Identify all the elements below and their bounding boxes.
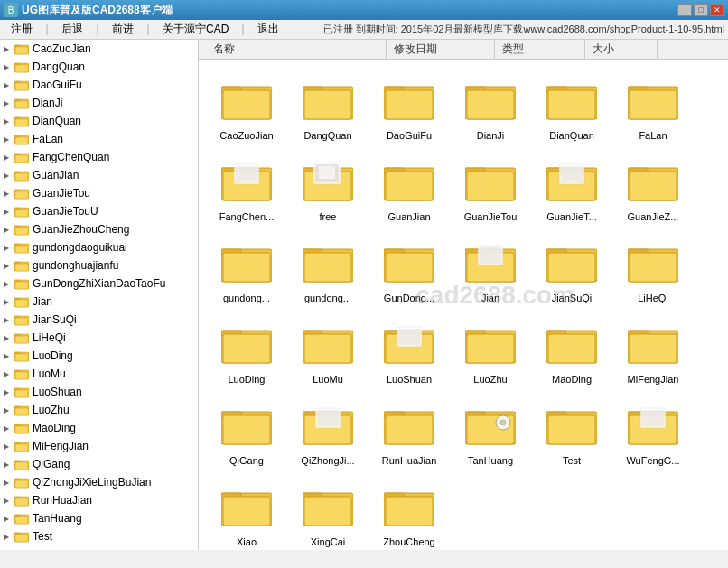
file-item-guanjietouu[interactable]: GuanJieT... xyxy=(531,148,612,229)
file-item-gundong[interactable]: GunDong... xyxy=(369,229,450,311)
tree-item-liheqi[interactable]: ▶ LiHeQi xyxy=(0,329,198,347)
file-label: gundong... xyxy=(223,293,270,304)
tree-item-guanjiezhoucheng[interactable]: ▶ GuanJieZhouCheng xyxy=(0,220,198,238)
file-label: QiZhongJi... xyxy=(301,455,354,467)
tree-item-fangchenquan[interactable]: ▶ FangChenQuan xyxy=(0,148,198,166)
menu-about[interactable]: 关于源宁CAD xyxy=(155,20,236,39)
tree-item-falan[interactable]: ▶ FaLan xyxy=(0,130,198,148)
file-item-gundong2[interactable]: gundong... xyxy=(287,229,369,311)
tree-item-qizhongjixielingbujian[interactable]: ▶ QiZhongJiXieLingBuJian xyxy=(0,473,198,491)
file-item-guanjietou[interactable]: GuanJieTou xyxy=(450,148,531,229)
tree-item-jiansuqi[interactable]: ▶ JianSuQi xyxy=(0,311,198,329)
file-item-falan[interactable]: FaLan xyxy=(612,67,694,148)
file-item-guanjiezhoucheng[interactable]: GuanJieZ... xyxy=(612,148,694,229)
file-item-liheqi[interactable]: LiHeQi xyxy=(612,229,694,311)
file-icon xyxy=(384,76,434,126)
menu-back[interactable]: 后退 xyxy=(54,20,90,39)
file-icon xyxy=(303,401,353,452)
tree-item-luoding[interactable]: ▶ LuoDing xyxy=(0,347,198,365)
file-item-zhoucheng[interactable]: ZhouCheng xyxy=(369,473,450,550)
window-controls[interactable]: _ □ ✕ xyxy=(677,4,724,16)
file-item-free[interactable]: free xyxy=(287,148,369,229)
col-header-type: 类型 xyxy=(495,40,585,59)
tree-arrow: ▶ xyxy=(4,154,14,162)
right-panel[interactable]: 名称 修改日期 类型 大小 cad2688.com CaoZuoJian Dan… xyxy=(199,40,728,550)
tree-item-maoding[interactable]: ▶ MaoDing xyxy=(0,419,198,437)
tree-item-luomu[interactable]: ▶ LuoMu xyxy=(0,365,198,383)
tree-item-luoshuan[interactable]: ▶ LuoShuan xyxy=(0,383,198,401)
menu-forward[interactable]: 前进 xyxy=(105,20,141,39)
tree-item-gundongdaoguikuai[interactable]: ▶ gundongdaoguikuai xyxy=(0,238,198,256)
tree-arrow: ▶ xyxy=(4,117,14,126)
file-item-qizhongji[interactable]: QiZhongJi... xyxy=(287,392,369,473)
file-item-xiao[interactable]: Xiao xyxy=(206,473,287,550)
tree-item-mifengjian[interactable]: ▶ MiFengJian xyxy=(0,437,198,455)
tree-item-daoguifu[interactable]: ▶ DaoGuiFu xyxy=(0,76,198,94)
file-item-fangchenquan[interactable]: FangChen... xyxy=(206,148,287,229)
tree-folder-icon xyxy=(14,476,29,489)
tree-item-runhuajian[interactable]: ▶ RunHuaJian xyxy=(0,491,198,509)
file-item-maoding[interactable]: MaoDing xyxy=(531,311,612,392)
tree-item-jian[interactable]: ▶ Jian xyxy=(0,293,198,311)
file-item-runhuajian[interactable]: RunHuaJian xyxy=(369,392,450,473)
menu-bar: 注册 ｜ 后退 ｜ 前进 ｜ 关于源宁CAD ｜ 退出 已注册 到期时间: 20… xyxy=(0,20,728,40)
tree-item-dianji[interactable]: ▶ DianJi xyxy=(0,94,198,112)
file-item-guanjian[interactable]: GuanJian xyxy=(369,148,450,229)
file-item-luoding[interactable]: LuoDing xyxy=(206,311,287,392)
tree-item-caozuojian[interactable]: ▶ CaoZuoJian xyxy=(0,40,198,58)
close-button[interactable]: ✕ xyxy=(710,4,724,16)
file-icon xyxy=(628,320,678,370)
tree-item-gundonghuajianfu[interactable]: ▶ gundonghuajianfu xyxy=(0,256,198,275)
tree-arrow: ▶ xyxy=(4,424,14,433)
svg-rect-74 xyxy=(15,480,28,488)
file-item-mifengjian[interactable]: MiFengJian xyxy=(612,311,694,392)
tree-item-dangquan[interactable]: ▶ DangQuan xyxy=(0,58,198,76)
tree-item-tanhuang[interactable]: ▶ TanHuang xyxy=(0,509,198,527)
svg-rect-11 xyxy=(15,101,28,108)
tree-folder-icon xyxy=(14,349,29,362)
tree-item-label: FaLan xyxy=(33,133,63,145)
file-item-luomu[interactable]: LuoMu xyxy=(287,311,369,392)
file-item-jiansuqi[interactable]: JianSuQi xyxy=(531,229,612,311)
file-grid: CaoZuoJian DangQuan DaoGuiFu DianJi Dian xyxy=(199,60,728,550)
file-item-qigang[interactable]: QiGang xyxy=(206,392,287,473)
file-item-gundong1[interactable]: gundong... xyxy=(206,229,287,311)
file-item-luozhu[interactable]: LuoZhu xyxy=(450,311,531,392)
file-item-jian[interactable]: Jian xyxy=(450,229,531,311)
menu-exit[interactable]: 退出 xyxy=(250,20,286,39)
tree-item-guanjietou[interactable]: ▶ GuanJieTou xyxy=(0,184,198,202)
tree-arrow: ▶ xyxy=(4,479,14,487)
file-item-xingcai[interactable]: XingCai xyxy=(287,473,369,550)
file-item-luoshuan[interactable]: LuoShuan xyxy=(369,311,450,392)
file-item-tanhuang[interactable]: TanHuang xyxy=(450,392,531,473)
svg-rect-19 xyxy=(14,154,20,155)
file-label: Xiao xyxy=(237,536,257,548)
tree-item-guanjietouu[interactable]: ▶ GuanJieTouU xyxy=(0,202,198,220)
tree-item-qigang[interactable]: ▶ QiGang xyxy=(0,455,198,473)
tree-arrow: ▶ xyxy=(4,298,14,306)
file-item-daoguifu[interactable]: DaoGuiFu xyxy=(369,67,450,148)
tree-item-guanjian[interactable]: ▶ GuanJian xyxy=(0,166,198,184)
file-item-wufengg[interactable]: WuFengG... xyxy=(612,392,694,473)
file-item-caozuojian[interactable]: CaoZuoJian xyxy=(206,67,287,148)
menu-register[interactable]: 注册 xyxy=(4,20,40,39)
minimize-button[interactable]: _ xyxy=(677,4,692,16)
file-icon xyxy=(221,482,272,533)
file-item-dianquan[interactable]: DianQuan xyxy=(531,67,612,148)
file-label: MaoDing xyxy=(552,374,592,386)
file-item-dianji[interactable]: DianJi xyxy=(450,67,531,148)
tree-item-label: MiFengJian xyxy=(33,440,89,452)
file-item-dangquan[interactable]: DangQuan xyxy=(287,67,369,148)
svg-rect-77 xyxy=(15,498,28,506)
left-panel[interactable]: ▶ CaoZuoJian ▶ DangQuan ▶ DaoGuiFu ▶ Dia… xyxy=(0,40,199,550)
tree-item-test[interactable]: ▶ Test xyxy=(0,527,198,545)
svg-rect-61 xyxy=(14,406,20,408)
maximize-button[interactable]: □ xyxy=(694,4,708,16)
tree-item-dianquan[interactable]: ▶ DianQuan xyxy=(0,112,198,130)
svg-rect-22 xyxy=(14,172,20,173)
tree-folder-icon xyxy=(14,241,29,254)
tree-item-luozhu[interactable]: ▶ LuoZhu xyxy=(0,401,198,419)
tree-item-gundongzhixiandaotaofu[interactable]: ▶ GunDongZhiXianDaoTaoFu xyxy=(0,275,198,293)
file-icon xyxy=(628,401,678,452)
file-item-test[interactable]: Test xyxy=(531,392,612,473)
